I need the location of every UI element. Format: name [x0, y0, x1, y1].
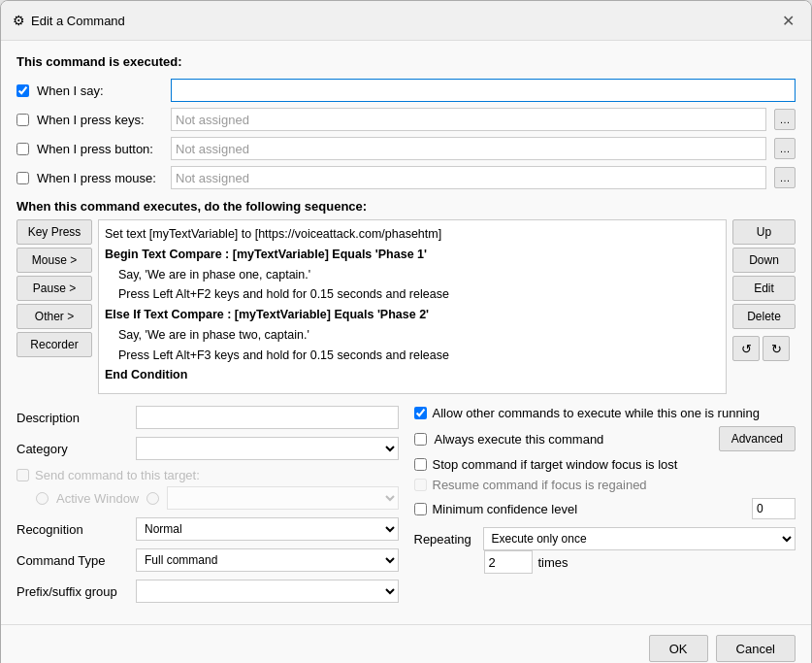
category-row: Category — [16, 437, 399, 460]
undo-button[interactable]: ↺ — [732, 336, 760, 361]
category-select[interactable] — [136, 437, 399, 460]
active-window-radio[interactable] — [36, 492, 49, 505]
stop-command-label: Stop command if target window focus is l… — [433, 457, 678, 472]
seq-line-4: Press Left Alt+F2 keys and hold for 0.15… — [103, 284, 722, 305]
repeating-select[interactable]: Execute only once Repeat while key held … — [483, 527, 796, 550]
when-press-keys-btn[interactable]: … — [774, 109, 796, 130]
delete-button[interactable]: Delete — [732, 304, 796, 329]
target-section: Send command to this target: Active Wind… — [16, 468, 399, 510]
when-i-say-checkbox[interactable] — [16, 84, 29, 97]
recorder-button[interactable]: Recorder — [16, 332, 92, 357]
command-type-label: Command Type — [16, 553, 128, 568]
mouse-button[interactable]: Mouse > — [16, 248, 92, 273]
when-press-button-row: When I press button: … — [16, 137, 796, 160]
down-button[interactable]: Down — [732, 248, 796, 273]
close-button[interactable]: ✕ — [776, 9, 799, 32]
min-confidence-row: Minimum confidence level 0 — [414, 498, 796, 519]
advanced-row: Always execute this command Advanced — [414, 426, 796, 451]
key-press-button[interactable]: Key Press — [16, 219, 92, 245]
prefix-suffix-row: Prefix/suffix group — [16, 580, 399, 603]
min-confidence-input[interactable]: 0 — [752, 498, 796, 519]
stop-command-row: Stop command if target window focus is l… — [414, 457, 796, 472]
when-press-mouse-input[interactable] — [171, 166, 766, 189]
edit-command-dialog: ⚙ Edit a Command ✕ This command is execu… — [0, 0, 812, 663]
up-button[interactable]: Up — [732, 219, 796, 245]
repeating-row: Repeating Execute only once Repeat while… — [414, 527, 796, 550]
pause-button[interactable]: Pause > — [16, 276, 92, 301]
when-press-button-checkbox[interactable] — [16, 143, 29, 155]
when-press-button-input[interactable] — [171, 137, 766, 160]
allow-other-label: Allow other commands to execute while th… — [433, 406, 760, 420]
active-window-label: Active Window — [56, 491, 139, 506]
other-button[interactable]: Other > — [16, 304, 92, 329]
advanced-button[interactable]: Advanced — [719, 426, 796, 451]
resume-command-checkbox[interactable] — [414, 479, 427, 491]
times-label: times — [538, 555, 568, 570]
side-action-buttons: Up Down Edit Delete ↺ ↻ — [732, 219, 796, 394]
other-radio[interactable] — [146, 492, 159, 505]
recognition-select[interactable]: Normal High Low — [136, 517, 399, 541]
target-row: Send command to this target: — [16, 468, 399, 482]
sequence-list[interactable]: Set text [myTextVariable] to [https://vo… — [98, 219, 727, 394]
when-press-button-label: When I press button: — [37, 142, 163, 156]
title-bar-left: ⚙ Edit a Command — [13, 13, 125, 28]
when-press-mouse-label: When I press mouse: — [37, 171, 163, 185]
allow-other-checkbox[interactable] — [414, 407, 427, 419]
left-col: Description Category Send command to thi… — [16, 406, 399, 611]
description-row: Description — [16, 406, 399, 429]
times-row: 2 times — [484, 550, 796, 574]
seq-line-6: Say, 'We are in phase two, captain.' — [103, 325, 722, 346]
when-press-button-btn[interactable]: … — [774, 138, 796, 159]
sequence-area: Key Press Mouse > Pause > Other > Record… — [16, 219, 796, 394]
seq-line-8: End Condition — [103, 365, 722, 385]
recognition-label: Recognition — [16, 522, 128, 537]
ok-button[interactable]: OK — [649, 635, 708, 662]
prefix-suffix-select[interactable] — [136, 580, 399, 603]
recognition-row: Recognition Normal High Low — [16, 517, 399, 541]
resume-command-row: Resume command if focus is regained — [414, 478, 796, 492]
when-press-mouse-row: When I press mouse: … — [16, 166, 796, 189]
sequence-title: When this command executes, do the follo… — [16, 199, 796, 214]
send-target-label: Send command to this target: — [35, 468, 200, 482]
send-target-checkbox[interactable] — [16, 469, 29, 481]
redo-button[interactable]: ↻ — [763, 336, 790, 361]
undo-redo-group: ↺ ↻ — [732, 336, 796, 361]
always-execute-checkbox[interactable] — [414, 433, 427, 446]
min-confidence-checkbox[interactable] — [414, 503, 427, 515]
when-i-say-row: When I say: check phase online — [16, 79, 796, 102]
category-label: Category — [16, 442, 128, 456]
radio-group: Active Window — [36, 486, 399, 510]
when-press-keys-checkbox[interactable] — [16, 114, 29, 126]
executed-section-title: This command is executed: — [16, 54, 796, 69]
seq-line-1: Set text [myTextVariable] to [https://vo… — [103, 224, 722, 245]
always-execute-label: Always execute this command — [435, 432, 711, 447]
seq-line-3: Say, 'We are in phase one, captain.' — [103, 265, 722, 285]
title-bar: ⚙ Edit a Command ✕ — [1, 1, 811, 41]
when-press-mouse-checkbox[interactable] — [16, 172, 29, 184]
edit-button[interactable]: Edit — [732, 276, 796, 301]
seq-line-5: Else If Text Compare : [myTextVariable] … — [103, 305, 722, 325]
command-type-select[interactable]: Full command Dictation command — [136, 548, 399, 572]
command-type-row: Command Type Full command Dictation comm… — [16, 548, 399, 572]
target-window-select[interactable] — [167, 486, 398, 510]
when-press-keys-input[interactable] — [171, 108, 766, 131]
when-press-keys-label: When I press keys: — [37, 113, 163, 127]
allow-other-row: Allow other commands to execute while th… — [414, 406, 796, 420]
stop-command-checkbox[interactable] — [414, 458, 427, 471]
prefix-suffix-label: Prefix/suffix group — [16, 584, 128, 599]
dialog-title: Edit a Command — [31, 14, 125, 28]
seq-line-7: Press Left Alt+F3 keys and hold for 0.15… — [103, 346, 722, 366]
resume-command-label: Resume command if focus is regained — [433, 478, 647, 492]
when-i-say-input[interactable]: check phase online — [171, 79, 796, 102]
seq-line-2: Begin Text Compare : [myTextVariable] Eq… — [103, 245, 722, 265]
dialog-body: This command is executed: When I say: ch… — [1, 41, 811, 624]
when-i-say-label: When I say: — [37, 83, 163, 98]
when-press-mouse-btn[interactable]: … — [774, 167, 796, 188]
dialog-footer: OK Cancel — [1, 624, 811, 663]
cancel-button[interactable]: Cancel — [716, 635, 796, 662]
description-input[interactable] — [136, 406, 399, 429]
times-input[interactable]: 2 — [484, 550, 533, 574]
when-press-keys-row: When I press keys: … — [16, 108, 796, 131]
gear-icon: ⚙ — [13, 13, 25, 28]
right-col: Allow other commands to execute while th… — [414, 406, 796, 611]
